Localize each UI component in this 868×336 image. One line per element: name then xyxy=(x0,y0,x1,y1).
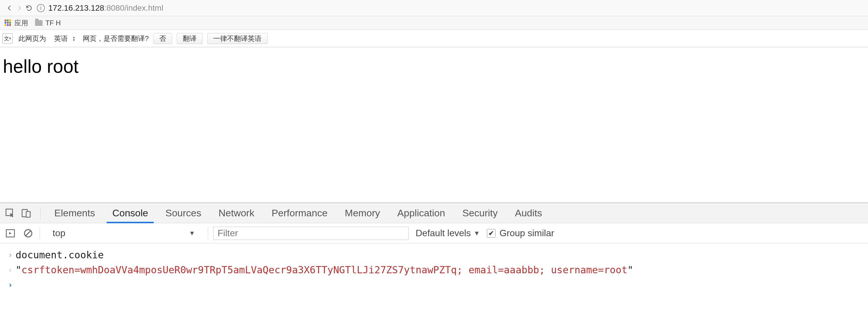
tab-elements[interactable]: Elements xyxy=(46,203,104,223)
console-filter-input[interactable] xyxy=(213,227,409,240)
page-viewport: hello root xyxy=(0,47,868,202)
separator xyxy=(40,227,40,240)
tab-performance[interactable]: Performance xyxy=(263,203,336,223)
bookmarks-bar: 应用 TF H xyxy=(0,16,868,30)
chevron-down-icon: ▼ xyxy=(474,229,480,237)
execution-context-label: top xyxy=(53,228,65,239)
translate-bar: 文A 此网页为 英语 ▴▾ 网页，是否需要翻译? 否 翻译 一律不翻译英语 xyxy=(0,30,868,47)
page-heading: hello root xyxy=(3,56,865,77)
prompt-chevron-icon: › xyxy=(5,279,16,290)
console-sidebar-toggle-icon[interactable] xyxy=(4,227,17,240)
reload-button[interactable] xyxy=(24,3,34,13)
tab-memory[interactable]: Memory xyxy=(336,203,389,223)
console-output: › document.cookie ‹ "csrftoken=wmhDoaVVa… xyxy=(0,243,868,291)
back-button[interactable] xyxy=(5,3,14,13)
output-chevron-icon: ‹ xyxy=(5,264,16,275)
folder-icon xyxy=(35,20,42,26)
bookmark-folder-label: TF H xyxy=(45,19,61,27)
translate-never-button[interactable]: 一律不翻译英语 xyxy=(207,33,268,44)
apps-label: 应用 xyxy=(14,19,28,28)
translate-language-select[interactable]: 英语 ▴▾ xyxy=(50,33,79,44)
console-output-value: "csrftoken=wmhDoaVVa4mposUeR0wr9TRpT5amL… xyxy=(16,264,633,276)
tab-audits[interactable]: Audits xyxy=(506,203,551,223)
bookmark-folder[interactable]: TF H xyxy=(35,19,61,27)
separator xyxy=(40,207,40,220)
tab-sources[interactable]: Sources xyxy=(157,203,210,223)
tab-security[interactable]: Security xyxy=(454,203,506,223)
address-bar[interactable]: i 172.16.213.128 :8080 /index.html xyxy=(37,3,863,13)
console-toolbar: top ▼ Default levels ▼ ✔ Group similar xyxy=(0,223,868,243)
svg-line-5 xyxy=(26,231,31,235)
input-chevron-icon: › xyxy=(5,249,16,260)
inspect-element-icon[interactable] xyxy=(3,206,17,220)
translate-language: 英语 xyxy=(54,34,68,43)
browser-nav-bar: i 172.16.213.128 :8080 /index.html xyxy=(0,0,868,16)
execution-context-select[interactable]: top ▼ xyxy=(49,227,198,240)
devtools-panel: Elements Console Sources Network Perform… xyxy=(0,202,868,291)
devtools-tabbar: Elements Console Sources Network Perform… xyxy=(0,203,868,223)
tab-console[interactable]: Console xyxy=(104,203,157,223)
translate-question: 网页，是否需要翻译? xyxy=(83,34,149,43)
url-host: 172.16.213.128 xyxy=(48,3,104,13)
apps-icon xyxy=(5,20,11,26)
translate-prefix: 此网页为 xyxy=(19,34,46,43)
log-levels-label: Default levels xyxy=(415,228,471,239)
device-toolbar-icon[interactable] xyxy=(19,206,33,220)
console-input-expression: document.cookie xyxy=(16,249,104,261)
tab-network[interactable]: Network xyxy=(210,203,263,223)
site-info-icon[interactable]: i xyxy=(37,4,45,12)
log-levels-select[interactable]: Default levels ▼ xyxy=(415,228,480,239)
apps-shortcut[interactable]: 应用 xyxy=(5,19,28,28)
forward-button xyxy=(14,3,24,13)
clear-console-icon[interactable] xyxy=(22,227,34,240)
chevron-down-icon: ▼ xyxy=(189,229,195,237)
translate-yes-button[interactable]: 翻译 xyxy=(177,33,203,44)
group-similar-checkbox[interactable]: ✔ xyxy=(487,229,496,237)
console-output-line: ‹ "csrftoken=wmhDoaVVa4mposUeR0wr9TRpT5a… xyxy=(0,262,868,277)
chevron-updown-icon: ▴▾ xyxy=(73,36,75,41)
console-prompt-line[interactable]: › xyxy=(0,277,868,291)
console-input-line: › document.cookie xyxy=(0,247,868,262)
translate-icon[interactable]: 文A xyxy=(2,33,13,44)
group-similar-label: Group similar xyxy=(499,228,554,239)
separator xyxy=(208,227,208,240)
tab-application[interactable]: Application xyxy=(389,203,454,223)
url-path: /index.html xyxy=(124,3,163,13)
svg-rect-2 xyxy=(26,212,30,217)
url-port: :8080 xyxy=(104,3,124,13)
translate-no-button[interactable]: 否 xyxy=(153,33,172,44)
